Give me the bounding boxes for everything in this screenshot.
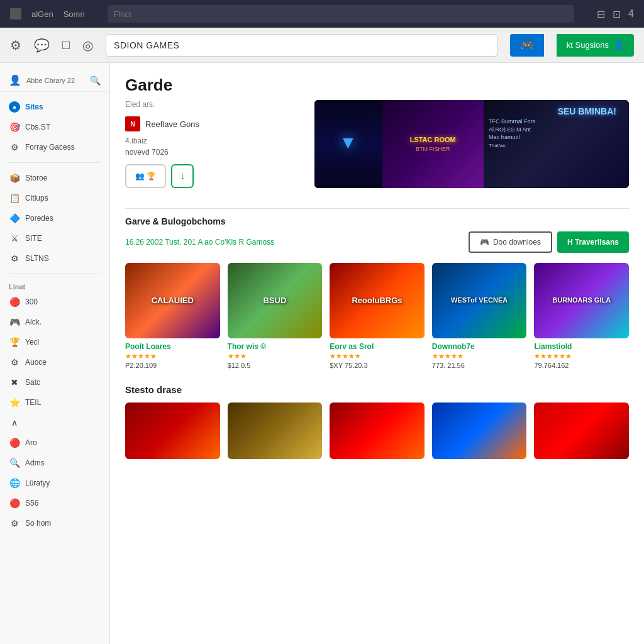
publisher-row: N Reeflave Gons <box>125 116 299 131</box>
site-icon: ⚔ <box>9 233 20 244</box>
sidebar-item-poredes[interactable]: 🔷 Poredes <box>0 208 109 228</box>
game-details: Eled ars. N Reeflave Gons 4.ibaiz novevd… <box>125 100 299 198</box>
sidebar-item-alck[interactable]: 🎮 Alck. <box>0 312 109 332</box>
game-card-image-4: BURNOARS GILA <box>534 263 629 338</box>
playstation-button[interactable]: 🎮 <box>510 34 544 57</box>
search-text: SDION GAMES <box>114 40 179 50</box>
bottom-section-title: Stesto drase <box>125 384 629 395</box>
nav-bar: ⚙ 💬 □ ◎ SDION GAMES 🎮 kt Sugsions 👤 <box>0 28 644 63</box>
main-search-bar[interactable]: SDION GAMES <box>106 34 497 57</box>
sidebar-item-auoce[interactable]: ⚙ Auoce <box>0 352 109 372</box>
sidebar-item-forray[interactable]: ⚙ Forray Gacess <box>0 137 109 157</box>
bottom-game-2[interactable] <box>330 402 425 463</box>
game-info-row: Eled ars. N Reeflave Gons 4.ibaiz novevd… <box>125 100 629 198</box>
action1-icon: 👥 🏆 <box>135 172 156 180</box>
bottom-game-4[interactable] <box>534 402 629 463</box>
action-button-1[interactable]: 👥 🏆 <box>125 164 166 188</box>
game-id: 4.ibaiz <box>125 136 299 145</box>
s56-label: S56 <box>25 499 38 508</box>
section-divider <box>125 208 629 209</box>
bottom-game-0[interactable] <box>125 402 220 463</box>
game-card-image-3: WESTof VECNEA <box>432 263 527 338</box>
game-card-1[interactable]: BSUD Thor wis © ★★★ $12.0.5 <box>228 263 323 369</box>
bottom-game-image-3 <box>432 402 527 459</box>
luratyy-label: Lûratyy <box>25 479 50 487</box>
top-bar-actions: ⊟ ⊡ 4 <box>597 8 634 20</box>
game-overlay-0: CALAUIED <box>152 296 194 306</box>
nav-icon-chat[interactable]: 💬 <box>34 38 50 53</box>
count-badge[interactable]: 4 <box>628 8 634 20</box>
signin-button[interactable]: kt Sugsions 👤 <box>557 34 634 57</box>
game-card-price-0: P2.20.109 <box>125 362 220 369</box>
sidebar-item-site[interactable]: ⚔ SITE <box>0 228 109 248</box>
game-card-price-4: 79.764.162 <box>534 362 629 369</box>
sidebar-item-satc[interactable]: ✖ Satc <box>0 372 109 392</box>
sidebar-item-sltns[interactable]: ⚙ SLTNS <box>0 248 109 269</box>
maximize-icon[interactable]: ⊡ <box>613 8 621 20</box>
game-card-price-3: 773. 21.56 <box>432 362 527 369</box>
game-card-title-4: Liamstiold <box>534 342 629 351</box>
profile-settings-icon[interactable]: 🔍 <box>90 75 101 86</box>
s56-icon: 🔴 <box>9 497 20 509</box>
sidebar-list-section: 🔴 300 🎮 Alck. 🏆 Yecl ⚙ Auoce ✖ Satc ⭐ T <box>0 292 109 533</box>
satc-label: Satc <box>25 378 40 387</box>
action-buttons: 👥 🏆 ↓ <box>125 164 299 188</box>
sidebar-item-aro[interactable]: 🔴 Aro <box>0 433 109 453</box>
game-card-stars-4: ★★★★★★ <box>534 352 629 360</box>
action2-icon: ↓ <box>180 170 185 182</box>
cbst-icon: 🎯 <box>9 121 20 133</box>
game-overlay-1: BSUD <box>263 296 286 306</box>
game-card-2[interactable]: ReooluBRGs Eorv as Srol ★★★★★ $XY 75.20.… <box>330 263 425 369</box>
game-card-title-1: Thor wis © <box>228 342 323 351</box>
sites-label: Sites <box>25 103 43 111</box>
luratyy-icon: 🌐 <box>9 477 20 489</box>
action-button-2[interactable]: ↓ <box>171 164 194 188</box>
minimize-icon[interactable]: ⊟ <box>597 8 605 20</box>
publisher-logo: N <box>125 116 140 131</box>
profile-icon: 👤 <box>9 74 21 86</box>
game-card-0[interactable]: CALAUIED Poolt Loares ★★★★★ P2.20.109 <box>125 263 220 369</box>
sidebar-item-300[interactable]: 🔴 300 <box>0 292 109 312</box>
adms-icon: 🔍 <box>9 457 20 469</box>
game-card-title-0: Poolt Loares <box>125 342 220 351</box>
game-card-price-2: $XY 75.20.3 <box>330 362 425 369</box>
bottom-games-grid <box>125 402 629 463</box>
sidebar-item-storoe[interactable]: 📦 Storoe <box>0 168 109 188</box>
sidebar-item-s56[interactable]: 🔴 S56 <box>0 493 109 513</box>
game-overlay-3: WESTof VECNEA <box>451 296 508 304</box>
game-card-stars-0: ★★★★★ <box>125 352 220 360</box>
sidebar-item-sohom[interactable]: ⚙ So hom <box>0 513 109 533</box>
game-card-4[interactable]: BURNOARS GILA Liamstiold ★★★★★★ 79.764.1… <box>534 263 629 369</box>
sidebar-store-section: 📦 Storoe 📋 Citlups 🔷 Poredes ⚔ SITE ⚙ SL… <box>0 168 109 269</box>
game-subtitle: Eled ars. <box>125 100 299 109</box>
sidebar-item-teil[interactable]: ⭐ TEIL <box>0 392 109 413</box>
sidebar-item-sites[interactable]: ● Sites <box>0 97 109 117</box>
games-grid-header: 16.26 2002 Tust. 201 A ao Co'Kls R Gamos… <box>125 231 629 253</box>
page-title: Garde <box>125 75 629 95</box>
sidebar-item-cbst[interactable]: 🎯 Cbs.ST <box>0 117 109 137</box>
menu-label[interactable]: Somn <box>64 9 85 19</box>
sidebar-item-luratyy[interactable]: 🌐 Lûratyy <box>0 473 109 493</box>
advertise-button[interactable]: H Traverlisans <box>557 231 629 253</box>
bottom-game-3[interactable] <box>432 402 527 463</box>
yecl-icon: 🏆 <box>9 336 20 348</box>
game-card-image-0: CALAUIED <box>125 263 220 338</box>
sidebar-profile[interactable]: 👤 Abbe Cbrary 22 🔍 <box>0 69 109 92</box>
bottom-game-1[interactable] <box>228 402 323 463</box>
nav-icon-box[interactable]: □ <box>62 38 70 52</box>
nav-icon-gear[interactable]: ⚙ <box>10 38 21 53</box>
sidebar-item-adms[interactable]: 🔍 Adms <box>0 453 109 473</box>
sidebar-item-citlups[interactable]: 📋 Citlups <box>0 188 109 208</box>
game-card-image-1: BSUD <box>228 263 323 338</box>
nav-icon-target[interactable]: ◎ <box>82 38 93 53</box>
game-card-stars-2: ★★★★★ <box>330 352 425 360</box>
aro-icon: 🔴 <box>9 437 20 448</box>
sidebar-item-misc[interactable]: ∧ <box>0 413 109 433</box>
download-icon: 🎮 <box>480 238 489 247</box>
download-button[interactable]: 🎮 Doo downloes <box>469 231 552 253</box>
sidebar-item-yecl[interactable]: 🏆 Yecl <box>0 332 109 352</box>
game-card-3[interactable]: WESTof VECNEA Downnob7e ★★★★★ 773. 21.56 <box>432 263 527 369</box>
forray-label: Forray Gacess <box>25 143 75 152</box>
top-search-input[interactable] <box>108 5 574 23</box>
desc-section: Garve & Bulogobchoms <box>125 216 629 226</box>
